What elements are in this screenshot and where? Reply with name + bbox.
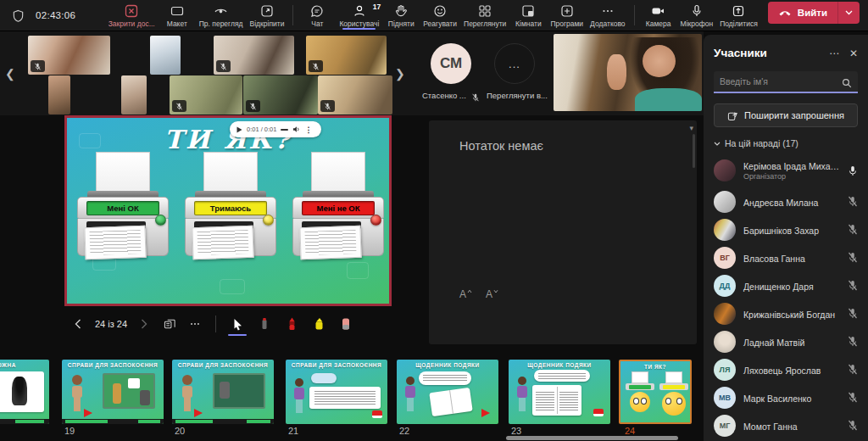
mic-on-icon[interactable]: [848, 165, 858, 176]
pointer-tool[interactable]: [228, 314, 247, 334]
audio-player[interactable]: 0:01 / 0:01 ⋮: [230, 121, 321, 137]
doodle-decoration: [220, 279, 245, 294]
participant-row[interactable]: ЛЯ Ляховець Ярослав: [714, 355, 858, 383]
participant-row[interactable]: Андреєва Милана: [714, 187, 858, 215]
share-invite-icon: [727, 110, 738, 121]
font-decrease-button[interactable]: A: [486, 288, 498, 300]
search-input[interactable]: [714, 71, 858, 93]
participant-row[interactable]: МГ Момот Ганна: [714, 411, 858, 439]
unpin-button[interactable]: Відкріпити: [247, 2, 288, 30]
participant-row[interactable]: Баришніков Захар: [714, 215, 858, 243]
microphone-button[interactable]: Мікрофон: [677, 2, 717, 30]
video-tile[interactable]: [243, 75, 318, 114]
participant-row[interactable]: МВ Марк Василенко: [714, 383, 858, 411]
react-button[interactable]: Реагувати: [420, 2, 460, 30]
mic-muted-icon[interactable]: [848, 252, 858, 263]
leave-button[interactable]: Вийти: [768, 2, 860, 24]
presenter-view-button[interactable]: Пр. перегляд: [196, 2, 247, 30]
video-tile[interactable]: [318, 75, 392, 114]
laser-pointer-tool[interactable]: [255, 314, 274, 334]
mic-muted-icon[interactable]: [848, 420, 858, 431]
font-increase-button[interactable]: A: [459, 288, 472, 300]
gallery-prev-chevron[interactable]: ❮: [5, 67, 15, 81]
apps-button[interactable]: Програми: [547, 2, 587, 30]
slide-thumbnail-18[interactable]: ТРИВОЖНА: [0, 360, 49, 424]
next-slide-chevron[interactable]: [136, 315, 153, 332]
view-button[interactable]: Переглянути: [460, 2, 509, 30]
notes-scrollbar[interactable]: [693, 134, 695, 168]
chat-button[interactable]: Чат: [298, 2, 336, 30]
volume-icon[interactable]: [292, 126, 300, 133]
share-invite-button[interactable]: Поширити запрошення: [714, 103, 858, 127]
slide-thumbnail-23[interactable]: ЩОДЕННИК ПОДЯКИ: [509, 360, 610, 424]
more-button[interactable]: Додатково: [587, 2, 628, 30]
participant-avatar-cm[interactable]: СМ: [431, 43, 471, 84]
pen-tool[interactable]: [282, 314, 301, 334]
video-content: [635, 88, 702, 111]
mic-muted-icon: [246, 100, 260, 112]
mic-muted-icon[interactable]: [848, 280, 858, 291]
eraser-tool[interactable]: [337, 314, 355, 334]
share-button[interactable]: Поділитися: [716, 2, 761, 30]
slide-number: 20: [175, 426, 185, 436]
play-icon[interactable]: [236, 126, 242, 133]
slide-thumbnail-19[interactable]: СПРАВИ ДЛЯ ЗАСПОКОЄННЯ: [62, 360, 164, 424]
video-tile[interactable]: [121, 75, 147, 114]
panel-close-icon[interactable]: ✕: [849, 47, 858, 59]
video-tile[interactable]: [28, 36, 110, 75]
hangup-icon: [778, 8, 792, 17]
leave-options-chevron[interactable]: [837, 2, 860, 24]
mic-muted-icon: [216, 60, 231, 72]
raise-hand-button[interactable]: Підняти: [382, 2, 420, 30]
slide-thumbnail-20[interactable]: СПРАВИ ДЛЯ ЗАСПОКОЄННЯ: [172, 360, 274, 424]
video-tile[interactable]: [48, 75, 70, 114]
doodle-decoration: [347, 262, 369, 279]
panel-more-icon[interactable]: ⋯: [829, 47, 839, 59]
avatar-initials: ВГ: [714, 247, 736, 269]
video-tile[interactable]: [170, 75, 242, 114]
previous-slide-chevron[interactable]: [70, 315, 86, 332]
participant-row[interactable]: ВГ Власова Ганна: [714, 243, 858, 271]
people-button[interactable]: 17 Користувачі: [336, 2, 382, 30]
video-gallery-strip: ❮ ❯ СМ Стасенко ... ...: [0, 31, 704, 115]
printer-holding-on: Тримаюсь: [185, 152, 276, 256]
meeting-section-header[interactable]: На цій нараді (17): [714, 138, 858, 148]
avatar-initials: МВ: [714, 387, 736, 409]
slide-grid-icon[interactable]: [161, 315, 178, 332]
participant-row[interactable]: Крижанівський Богдан: [714, 299, 858, 327]
mic-muted-icon[interactable]: [848, 392, 858, 403]
view-more-avatars-button[interactable]: ...: [494, 43, 535, 84]
mic-muted-icon[interactable]: [848, 224, 858, 235]
participant-row[interactable]: Керімова Ірада Михайлівна Організатор: [714, 154, 858, 187]
video-tile[interactable]: [306, 36, 387, 75]
highlighter-tool[interactable]: [309, 314, 328, 334]
participant-row[interactable]: ДД Денищенко Даря: [714, 271, 858, 299]
mic-muted-icon[interactable]: [848, 364, 858, 375]
camera-button[interactable]: Камера: [640, 2, 677, 30]
gallery-next-chevron[interactable]: ❯: [395, 67, 405, 81]
mic-muted-icon[interactable]: [848, 308, 858, 319]
slide-thumbnail-24-selected[interactable]: ТИ ЯК?: [619, 360, 692, 424]
spotlight-video-tile[interactable]: [554, 34, 702, 111]
printer-paper: [203, 152, 258, 191]
slide-more-icon[interactable]: [186, 315, 203, 332]
slide-thumbnail-21[interactable]: СПРАВИ ДЛЯ ЗАСПОКОЄННЯ: [286, 360, 387, 424]
mic-muted-icon[interactable]: [848, 336, 858, 347]
close-document-button[interactable]: Закрити дос...: [105, 2, 159, 30]
rooms-button[interactable]: Кімнати: [509, 2, 547, 30]
notes-collapse-chevron[interactable]: ▾: [689, 124, 693, 132]
video-tile[interactable]: [214, 36, 294, 75]
mic-muted-icon[interactable]: [848, 196, 858, 207]
layout-button[interactable]: Макет: [159, 2, 196, 30]
slide-thumbnail-22[interactable]: ЩОДЕННИК ПОДЯКИ: [397, 360, 498, 424]
current-slide[interactable]: ТИ ЯК? 0:01 / 0:01 ⋮ Мені ОК: [64, 115, 392, 306]
participant-row[interactable]: Ладнай Матвій: [714, 327, 858, 355]
seek-bar[interactable]: [281, 129, 288, 131]
video-tile[interactable]: [150, 36, 181, 75]
close-document-icon: [125, 4, 138, 19]
filmstrip-scrollbar[interactable]: [506, 436, 678, 440]
share-icon: [732, 4, 745, 19]
audio-menu-icon[interactable]: ⋮: [304, 126, 312, 134]
teams-meeting-window: 02:43:06 Закрити дос... Макет Пр.: [0, 0, 868, 441]
participant-name-label: Стасенко ...: [422, 91, 466, 100]
